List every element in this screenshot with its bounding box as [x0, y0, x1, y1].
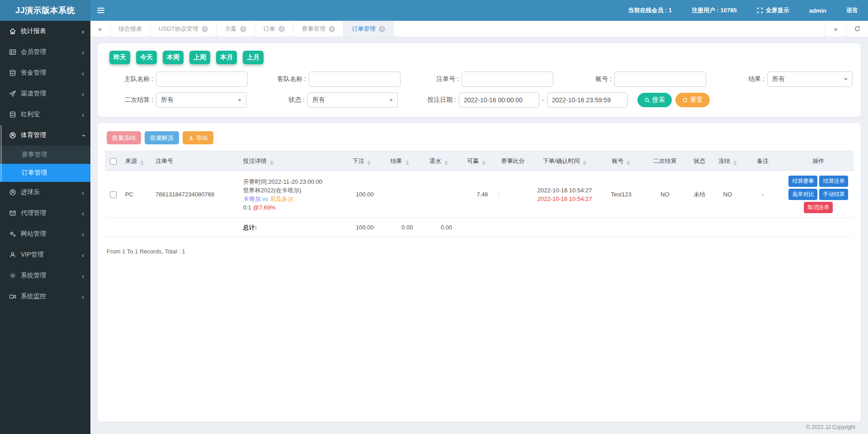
bet-no-input[interactable] [462, 72, 553, 87]
orders-table: 来源 注单号 投注详情 下注 结果 退水 可赢 赛事比分 下单/确认时间 账号 … [105, 151, 854, 237]
col-can-win[interactable]: 可赢 [458, 151, 495, 171]
cancel-bet-button[interactable]: 取消注单 [804, 202, 833, 213]
cell-actions: 结算赛事 结算注单 底单对比 手动结算 取消注单 [783, 171, 854, 218]
sidebar-item-channels[interactable]: 渠道管理 ‹ [0, 83, 90, 104]
cell-stake: 100.00 [343, 171, 380, 218]
select-all-checkbox[interactable] [110, 158, 117, 165]
tab-order[interactable]: 订单 × [255, 21, 293, 37]
tabs-scroll-left-button[interactable]: « [90, 21, 110, 37]
last-week-button[interactable]: 上周 [189, 51, 210, 64]
sidebar-scrollbar[interactable] [0, 125, 2, 181]
today-button[interactable]: 今天 [136, 51, 157, 64]
search-button[interactable]: 搜索 [637, 93, 672, 107]
sidebar-item-agents[interactable]: 代理管理 ‹ [0, 203, 90, 224]
tabs-refresh-button[interactable] [846, 21, 868, 37]
tab-close-icon[interactable]: × [202, 26, 208, 32]
cell-account: Test123 [598, 171, 644, 218]
tab-overview-report[interactable]: 综合报表 [110, 21, 151, 37]
this-week-button[interactable]: 本周 [163, 51, 184, 64]
tab-close-icon[interactable]: × [379, 26, 385, 32]
batch-unfreeze-button[interactable]: 批量解冻 [145, 131, 179, 144]
tab-match-management[interactable]: 赛事管理 × [293, 21, 344, 37]
sidebar-item-members[interactable]: 会员管理 ‹ [0, 42, 90, 62]
envelope-icon [9, 210, 16, 217]
status-select[interactable]: 所有 [307, 92, 398, 108]
tab-order-management[interactable]: 订单管理 × [344, 21, 394, 37]
sidebar-item-website[interactable]: 网站管理 ‹ [0, 224, 90, 244]
batch-freeze-button[interactable]: 批量冻结 [107, 131, 141, 144]
col-bet-detail[interactable]: 投注详情 [240, 151, 343, 171]
bet-date-to-input[interactable] [547, 92, 627, 108]
sort-icon [444, 161, 448, 165]
result-label: 结果 : [717, 75, 764, 83]
cell-match-score: : [495, 171, 532, 218]
tab-close-icon[interactable]: × [329, 26, 335, 32]
tab-usdt-management[interactable]: USDT协议管理 × [151, 21, 217, 37]
sidebar-item-vip[interactable]: VIP管理 ‹ [0, 244, 90, 265]
compare-slip-button[interactable]: 底单对比 [788, 189, 817, 200]
yesterday-button[interactable]: 昨天 [109, 51, 130, 64]
sidebar-item-match-management[interactable]: 赛事管理 [0, 146, 90, 164]
result-select[interactable]: 所有 [767, 72, 853, 87]
account-input[interactable] [614, 72, 706, 87]
home-team-input[interactable] [156, 72, 248, 87]
sidebar-item-funds[interactable]: 资金管理 ‹ [0, 62, 90, 83]
sort-icon [482, 161, 486, 165]
sidebar-item-system[interactable]: 系统管理 ‹ [0, 265, 90, 286]
sidebar-item-order-management[interactable]: 订单管理 [0, 164, 90, 182]
chevron-left-icon: ‹ [82, 272, 84, 279]
tab-plan[interactable]: 方案 × [217, 21, 255, 37]
cell-order-time: 2022-10-16 10:54:27 2022-10-16 10:54:27 [531, 171, 598, 218]
sidebar-item-statistics[interactable]: 统计报表 ‹ [0, 21, 90, 42]
top-navbar-right: 当前在线会员 : 1 注册用户 : 10785 全屏显示 admin 语言 [628, 6, 868, 14]
sort-icon [733, 161, 737, 165]
cell-can-win: 7.46 [458, 171, 495, 218]
col-stake[interactable]: 下注 [343, 151, 380, 171]
sidebar-item-bonus[interactable]: 红利宝 ‹ [0, 104, 90, 125]
table-toolbar: 批量冻结 批量解冻 导出 [107, 131, 854, 144]
sidebar-toggle-button[interactable] [90, 0, 111, 21]
away-team-input[interactable] [309, 72, 401, 87]
settle-bet-button[interactable]: 结算注单 [819, 176, 848, 187]
sort-icon [270, 161, 274, 165]
paper-plane-icon [9, 90, 16, 97]
tab-close-icon[interactable]: × [278, 26, 285, 32]
col-order-time[interactable]: 下单/确认时间 [531, 151, 598, 171]
settle-match-button[interactable]: 结算赛事 [788, 176, 817, 187]
date-separator: - [542, 96, 544, 104]
bet-date-from-input[interactable] [459, 92, 539, 108]
second-settle-select[interactable]: 所有 [156, 92, 246, 108]
sidebar-item-goal-fun[interactable]: 进球乐 ‹ [0, 182, 90, 203]
chevron-left-icon: ‹ [82, 49, 84, 56]
reset-button[interactable]: 重置 [675, 93, 710, 107]
col-source[interactable]: 来源 [122, 151, 152, 171]
quick-range-buttons: 昨天 今天 本周 上周 本月 上月 [109, 51, 853, 64]
this-month-button[interactable]: 本月 [216, 51, 237, 64]
language-menu[interactable]: 语言 [846, 6, 858, 14]
export-button[interactable]: 导出 [183, 131, 213, 144]
user-menu[interactable]: admin [809, 7, 826, 14]
sort-icon [367, 161, 371, 165]
col-frozen[interactable]: 冻结 [713, 151, 742, 171]
col-actions: 操作 [783, 151, 854, 171]
filter-panel: 昨天 今天 本周 上周 本月 上月 主队名称 : 客队名称 : 注单号 : [98, 43, 861, 117]
fullscreen-button[interactable]: 全屏显示 [757, 6, 789, 14]
row-checkbox[interactable] [110, 191, 117, 198]
col-result[interactable]: 结果 [380, 151, 420, 171]
sidebar-item-sports[interactable]: 体育管理 ‹ [0, 125, 90, 146]
chevron-left-icon: ‹ [82, 70, 84, 76]
col-account[interactable]: 账号 [598, 151, 644, 171]
status-label: 状态 : [257, 96, 305, 104]
manual-settle-button[interactable]: 手动结算 [819, 189, 848, 200]
tab-close-icon[interactable]: × [240, 26, 246, 32]
sidebar-item-monitor[interactable]: 系统监控 ‹ [0, 286, 90, 307]
away-team-label: 客队名称 : [259, 75, 306, 83]
sort-icon [583, 161, 586, 165]
col-rebate[interactable]: 退水 [419, 151, 458, 171]
bet-score: 0:1 [243, 204, 251, 211]
app-logo[interactable]: JJ演示版本系统 [0, 0, 90, 21]
soccer-ball-icon [9, 132, 16, 139]
last-month-button[interactable]: 上月 [243, 51, 264, 64]
tabs-scroll-right-button[interactable]: » [825, 21, 846, 37]
top-navbar-main: 当前在线会员 : 1 注册用户 : 10785 全屏显示 admin 语言 [90, 0, 868, 21]
